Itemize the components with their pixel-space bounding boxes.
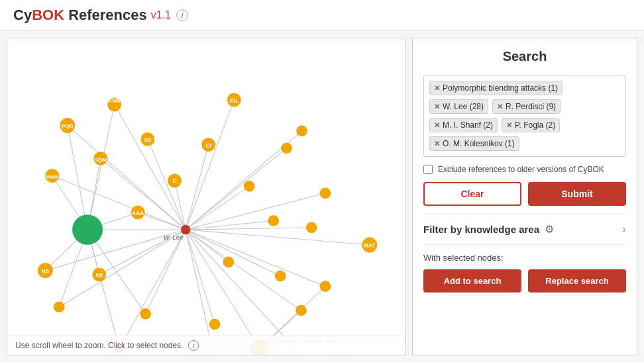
selected-nodes-buttons: Add to search Replace search: [423, 269, 626, 293]
graph-footer: Use scroll wheel to zoom. Click to selec…: [7, 336, 405, 355]
svg-text:F: F: [173, 177, 177, 185]
selected-nodes-label: With selected nodes:: [423, 253, 626, 263]
tag-wlee-label: W. Lee (28): [443, 102, 484, 111]
tag-pfogla-close[interactable]: ✕: [506, 122, 512, 129]
node-center[interactable]: [72, 214, 103, 245]
tag-omkol: ✕ O. M. Kolesnikov (1): [429, 136, 519, 151]
svg-line-24: [186, 230, 301, 310]
svg-text:JSL: JSL: [229, 97, 239, 104]
svg-line-6: [52, 176, 186, 230]
node-3[interactable]: [244, 181, 255, 192]
node-10[interactable]: [54, 302, 65, 313]
main-content: FM5 JSL POR SS CI SQIM WAM F AAA: [0, 31, 644, 362]
tag-misharif-close[interactable]: ✕: [434, 122, 440, 129]
svg-text:W. Lee: W. Lee: [164, 234, 183, 241]
svg-line-9: [186, 230, 370, 245]
svg-line-26: [119, 230, 186, 348]
action-buttons-row: Clear Submit: [423, 182, 626, 206]
brand-cy: Cy: [13, 7, 32, 23]
svg-text:WAM: WAM: [46, 174, 58, 180]
header-info-icon[interactable]: i: [176, 9, 188, 21]
app-version: v1.1: [151, 9, 171, 21]
tag-rperd: ✕ R. Perdisci (9): [492, 99, 561, 114]
svg-text:SQIM: SQIM: [95, 157, 107, 163]
svg-line-0: [115, 105, 186, 230]
svg-line-20: [186, 230, 325, 287]
exclude-checkbox[interactable]: [423, 165, 433, 174]
node-13[interactable]: [295, 305, 307, 316]
svg-text:FM5: FM5: [109, 97, 120, 104]
node-11[interactable]: [140, 308, 151, 320]
tag-omkol-label: O. M. Kolesnikov (1): [443, 139, 515, 148]
filter-settings-icon[interactable]: ⚙: [545, 223, 554, 236]
graph-footer-text: Use scroll wheel to zoom. Click to selec…: [15, 341, 183, 350]
svg-text:AAA: AAA: [132, 210, 144, 216]
submit-button[interactable]: Submit: [528, 182, 626, 206]
exclude-label: Exclude references to older versions of …: [438, 165, 604, 174]
brand-bok: BOK: [32, 7, 64, 23]
node-4[interactable]: [320, 187, 331, 199]
tag-pfogla: ✕ P. Fogla (2): [502, 118, 560, 132]
svg-text:NS: NS: [42, 268, 50, 275]
svg-text:CI: CI: [205, 142, 211, 149]
exclude-checkbox-row: Exclude references to older versions of …: [423, 165, 626, 174]
tag-wlee: ✕ W. Lee (28): [429, 99, 488, 114]
brand-rest: References: [64, 7, 147, 23]
app-title: CyBOK References: [13, 7, 147, 24]
filter-section: Filter by knowledge area ⚙ ›: [423, 214, 626, 236]
node-7[interactable]: [223, 257, 235, 268]
node-9[interactable]: [320, 281, 331, 292]
tag-rperd-close[interactable]: ✕: [497, 103, 503, 111]
svg-text:AB: AB: [95, 272, 103, 279]
graph-info-icon[interactable]: i: [188, 340, 199, 351]
node-1[interactable]: [281, 143, 292, 154]
svg-line-8: [138, 212, 186, 230]
tag-rperd-label: R. Perdisci (9): [506, 102, 556, 111]
replace-search-button[interactable]: Replace search: [528, 269, 626, 293]
graph-svg: FM5 JSL POR SS CI SQIM WAM F AAA: [7, 38, 405, 355]
svg-line-2: [68, 126, 186, 230]
tag-pfogla-label: P. Fogla (2): [515, 120, 555, 130]
node-6[interactable]: [306, 222, 317, 234]
node-12[interactable]: [209, 319, 221, 330]
svg-text:SS: SS: [144, 137, 152, 144]
svg-line-15: [186, 193, 325, 230]
node-5[interactable]: [268, 215, 279, 226]
search-tags-container: ✕ Polymorphic blending attacks (1) ✕ W. …: [423, 75, 626, 157]
filter-chevron-icon[interactable]: ›: [622, 222, 626, 236]
tag-poly-close[interactable]: ✕: [434, 85, 440, 92]
svg-line-7: [175, 181, 186, 230]
add-to-search-button[interactable]: Add to search: [423, 269, 521, 293]
tag-omkol-close[interactable]: ✕: [434, 140, 440, 148]
node-2[interactable]: [296, 126, 307, 137]
svg-line-23: [186, 230, 215, 324]
svg-text:MAT: MAT: [364, 242, 375, 249]
tag-poly: ✕ Polymorphic blending attacks (1): [429, 81, 563, 95]
header: CyBOK References v1.1 i: [0, 0, 644, 31]
selected-nodes-section: With selected nodes: Add to search Repla…: [423, 244, 626, 293]
clear-button[interactable]: Clear: [423, 182, 521, 206]
tag-wlee-close[interactable]: ✕: [434, 103, 440, 111]
tag-misharif-label: M. I. Sharif (2): [443, 120, 493, 130]
filter-label: Filter by knowledge area: [423, 224, 539, 235]
node-8[interactable]: [275, 271, 286, 282]
search-panel-title: Search: [423, 49, 626, 64]
tag-misharif: ✕ M. I. Sharif (2): [429, 118, 498, 132]
svg-line-38: [87, 230, 119, 348]
svg-line-4: [186, 145, 208, 230]
tag-poly-label: Polymorphic blending attacks (1): [443, 83, 558, 93]
svg-text:POR: POR: [62, 123, 74, 130]
filter-left: Filter by knowledge area ⚙: [423, 223, 554, 236]
graph-container[interactable]: FM5 JSL POR SS CI SQIM WAM F AAA: [7, 38, 405, 355]
svg-line-5: [101, 159, 186, 230]
svg-line-14: [186, 186, 249, 230]
right-panel: Search ✕ Polymorphic blending attacks (1…: [412, 38, 637, 355]
